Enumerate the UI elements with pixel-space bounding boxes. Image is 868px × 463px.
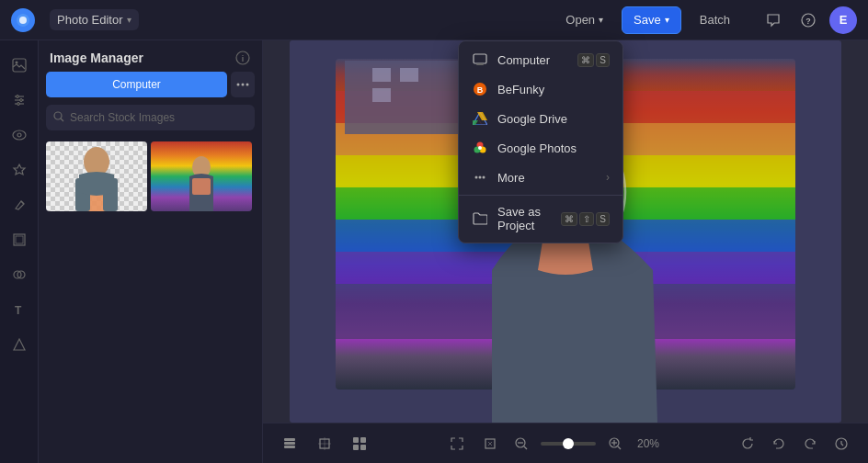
svg-point-11 (17, 103, 19, 106)
undo-button[interactable] (767, 432, 791, 456)
save-more-item[interactable]: More › (459, 163, 622, 192)
save-dropdown-menu: Computer ⌘S B BeFunky Google Drive Googl… (458, 40, 623, 243)
svg-point-83 (479, 176, 482, 179)
panel-header: Image Manager i (39, 40, 262, 72)
icon-sidebar: T (0, 40, 39, 463)
topbar: Photo Editor ▾ Open ▾ Save ▾ Batch ? E (0, 0, 868, 40)
transform-button[interactable] (313, 432, 337, 456)
panel-tabs: Computer (39, 72, 262, 105)
sidebar-effects-icon[interactable] (4, 154, 35, 186)
app-title-label: Photo Editor (57, 13, 123, 27)
grid-button[interactable] (348, 432, 371, 456)
history-button[interactable] (829, 432, 853, 456)
svg-rect-61 (360, 445, 366, 450)
save-button[interactable]: Save ▾ (622, 6, 681, 34)
sidebar-view-icon[interactable] (4, 119, 35, 151)
save-chevron: ▾ (665, 15, 669, 25)
svg-point-13 (17, 133, 21, 137)
svg-rect-54 (284, 446, 295, 448)
svg-rect-48 (372, 88, 391, 102)
google-photos-icon (472, 140, 488, 156)
svg-text:T: T (15, 304, 22, 317)
sidebar-frames-icon[interactable] (4, 224, 35, 255)
svg-rect-58 (353, 437, 359, 443)
befunky-icon: B (472, 81, 488, 97)
svg-rect-59 (360, 437, 366, 443)
more-tab-button[interactable] (231, 72, 255, 97)
computer-icon (472, 51, 488, 68)
svg-point-81 (478, 146, 482, 150)
svg-marker-14 (14, 164, 25, 175)
batch-label: Batch (700, 13, 730, 27)
avatar-letter: E (839, 13, 848, 27)
sidebar-overlays-icon[interactable] (4, 259, 35, 290)
search-icon (53, 111, 64, 125)
zoom-slider[interactable] (541, 442, 596, 446)
zoom-in-button[interactable] (605, 434, 625, 454)
svg-line-69 (618, 446, 621, 449)
batch-button[interactable]: Batch (689, 6, 741, 34)
save-befunky-item[interactable]: B BeFunky (459, 74, 622, 104)
bottom-bar: 20% (263, 423, 868, 463)
bottom-right-actions (736, 432, 853, 456)
open-chevron: ▾ (599, 15, 603, 25)
svg-point-26 (246, 84, 249, 86)
svg-text:B: B (477, 85, 484, 95)
sidebar-images-icon[interactable] (4, 50, 35, 81)
sidebar-adjustments-icon[interactable] (4, 85, 35, 116)
chat-button[interactable] (760, 6, 787, 34)
image-manager-panel: Image Manager i Computer (39, 40, 263, 463)
computer-tab-button[interactable]: Computer (46, 72, 227, 97)
topbar-right-actions: ? E (760, 6, 857, 34)
sidebar-graphics-icon[interactable] (4, 329, 35, 360)
svg-point-12 (13, 130, 26, 140)
svg-point-9 (16, 96, 18, 98)
save-google-photos-item[interactable]: Google Photos (459, 133, 622, 163)
thumbnail-item[interactable] (46, 141, 147, 211)
open-button[interactable]: Open ▾ (554, 6, 614, 34)
svg-text:?: ? (805, 17, 811, 26)
search-input[interactable] (70, 111, 247, 124)
fit-button[interactable] (478, 432, 502, 456)
save-as-project-item[interactable]: Save as Project ⌘⇧S (459, 198, 622, 239)
save-computer-item[interactable]: Computer ⌘S (459, 45, 622, 74)
svg-rect-71 (474, 54, 486, 63)
sidebar-retouch-icon[interactable] (4, 189, 35, 220)
svg-point-1 (19, 17, 27, 24)
layers-button[interactable] (278, 432, 302, 456)
save-project-shortcut: ⌘⇧S (561, 212, 610, 226)
save-google-drive-item[interactable]: Google Drive (459, 104, 622, 133)
svg-point-5 (15, 62, 17, 64)
app-logo-icon (11, 8, 35, 32)
app-title-chevron: ▾ (127, 15, 131, 25)
svg-rect-47 (400, 68, 418, 82)
refresh-button[interactable] (736, 432, 760, 456)
svg-marker-76 (473, 120, 478, 125)
sidebar-text-icon[interactable]: T (4, 294, 35, 325)
google-drive-icon (472, 110, 488, 127)
thumbnail-item[interactable] (151, 141, 252, 211)
svg-line-65 (524, 446, 527, 449)
more-arrow-icon: › (606, 171, 610, 184)
computer-shortcut: ⌘S (577, 53, 610, 67)
svg-point-84 (483, 176, 485, 179)
dropdown-divider (459, 195, 622, 196)
svg-point-27 (54, 112, 62, 119)
fullscreen-button[interactable] (445, 432, 469, 456)
zoom-out-button[interactable] (511, 434, 531, 454)
svg-line-15 (21, 201, 24, 204)
svg-point-24 (237, 84, 240, 86)
help-button[interactable]: ? (794, 6, 822, 34)
zoom-percentage: 20% (634, 437, 662, 450)
redo-button[interactable] (798, 432, 822, 456)
save-label: Save (634, 13, 661, 27)
zoom-controls: 20% (445, 432, 662, 456)
zoom-slider-handle[interactable] (563, 438, 574, 449)
panel-info-button[interactable]: i (234, 50, 251, 66)
svg-rect-46 (372, 68, 391, 82)
main-layout: T Image Manager i Computer (0, 40, 868, 463)
search-bar[interactable] (46, 105, 255, 130)
user-avatar-button[interactable]: E (829, 6, 857, 34)
open-label: Open (565, 13, 595, 27)
app-title-button[interactable]: Photo Editor ▾ (50, 9, 139, 30)
